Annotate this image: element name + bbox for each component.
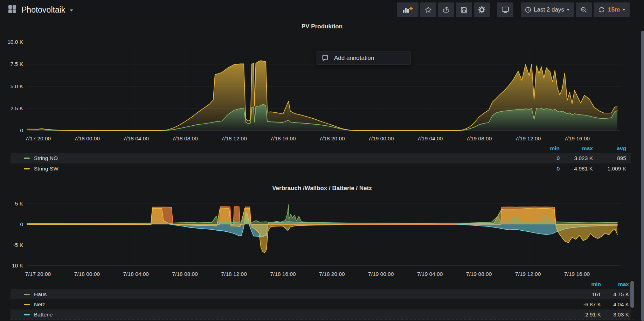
share-icon [442, 6, 450, 14]
stat-max: 4.981 K [560, 166, 593, 172]
legend-header-max[interactable]: max [560, 145, 593, 152]
chevron-down-icon [622, 9, 625, 11]
save-icon [460, 6, 468, 14]
comment-icon [322, 55, 328, 61]
legend-header-max[interactable]: max [601, 281, 629, 287]
svg-text:7/19 16:00: 7/19 16:00 [564, 271, 590, 277]
panel2-title[interactable]: Verbrauch /Wallbox / Batterie / Netz [0, 185, 644, 192]
stat-min: -2.91 K [573, 312, 601, 318]
series-swatch [24, 168, 30, 169]
svg-text:7/18 20:00: 7/18 20:00 [319, 135, 345, 141]
zoom-out-button[interactable] [576, 2, 592, 17]
legend-scrollbar-thumb[interactable] [630, 281, 634, 308]
legend-header-avg[interactable]: avg [593, 145, 626, 152]
legend-row-batterie[interactable]: Batterie -2.91 K 3.03 K [11, 309, 631, 320]
refresh-icon [598, 6, 605, 14]
panel1-legend: min max avg String NO 0 3.023 K 895 Stri… [11, 144, 631, 174]
stat-avg: 895 [593, 155, 626, 161]
svg-text:7/19 00:00: 7/19 00:00 [368, 135, 394, 141]
stat-min: 0 [526, 155, 560, 161]
stat-max: 3.023 K [560, 155, 593, 161]
svg-text:5 K: 5 K [15, 201, 23, 207]
page-scrollbar-thumb[interactable] [641, 31, 644, 321]
grafana-dashboard: Photovoltaik [0, 0, 644, 321]
dashboard-settings-button[interactable] [474, 2, 490, 17]
svg-text:2.5 K: 2.5 K [11, 105, 23, 111]
add-annotation-label: Add annotation [334, 55, 374, 62]
stat-max: 3.03 K [601, 312, 629, 318]
pv-produktion-chart[interactable]: 02.5 K5.0 K7.5 K10.0 K7/17 20:007/18 00:… [0, 33, 644, 145]
navbar-actions: Last 2 days 15m [397, 2, 630, 17]
series-label: String NO [34, 155, 58, 161]
star-icon [424, 6, 432, 14]
stat-max: 4.75 K [601, 291, 629, 298]
svg-text:7/19 08:00: 7/19 08:00 [466, 271, 492, 277]
svg-text:7/17 20:00: 7/17 20:00 [25, 135, 51, 141]
svg-text:7/18 00:00: 7/18 00:00 [74, 271, 100, 277]
series-label: Batterie [34, 312, 53, 318]
legend-header-min[interactable]: min [573, 281, 601, 287]
svg-text:7/19 00:00: 7/19 00:00 [368, 271, 394, 277]
svg-text:-5 K: -5 K [13, 242, 23, 248]
svg-text:7/18 08:00: 7/18 08:00 [172, 271, 198, 277]
add-panel-icon [402, 6, 413, 14]
legend-scroll-track [11, 320, 634, 320]
mark-favorite-button[interactable] [420, 2, 436, 17]
svg-text:-10 K: -10 K [10, 263, 23, 268]
svg-text:5.0 K: 5.0 K [11, 83, 23, 89]
verbrauch-chart[interactable]: 5 K0-5 K-10 K7/17 20:007/18 00:007/18 04… [0, 196, 644, 280]
series-label: String SW [34, 166, 58, 172]
svg-text:7/18 00:00: 7/18 00:00 [74, 135, 100, 141]
stat-max: 4.04 K [601, 301, 629, 308]
svg-text:7/18 08:00: 7/18 08:00 [172, 135, 198, 141]
svg-text:0: 0 [20, 127, 23, 133]
cycle-view-mode-button[interactable] [497, 2, 513, 17]
save-dashboard-button[interactable] [456, 2, 472, 17]
svg-text:7/19 12:00: 7/19 12:00 [515, 271, 541, 277]
series-label: Haus [34, 291, 47, 298]
legend-header-row: min max [11, 279, 631, 289]
stat-min: -6.87 K [573, 301, 601, 308]
panel1-title[interactable]: PV Produktion [0, 23, 644, 30]
svg-text:7/18 12:00: 7/18 12:00 [221, 135, 247, 141]
refresh-interval-label: 15m [608, 6, 620, 13]
svg-text:7/18 04:00: 7/18 04:00 [123, 135, 149, 141]
series-swatch [24, 158, 30, 159]
svg-text:7/19 04:00: 7/19 04:00 [417, 135, 443, 141]
refresh-picker[interactable]: 15m [594, 2, 630, 17]
chevron-down-icon [70, 7, 73, 13]
time-range-label: Last 2 days [534, 6, 564, 13]
navbar: Photovoltaik [0, 0, 644, 20]
svg-text:7/17 20:00: 7/17 20:00 [25, 271, 51, 277]
svg-text:7.5 K: 7.5 K [11, 61, 23, 67]
svg-text:7/19 12:00: 7/19 12:00 [515, 135, 541, 141]
share-dashboard-button[interactable] [438, 2, 454, 17]
clock-icon [525, 7, 531, 13]
series-swatch [24, 294, 30, 295]
svg-text:10.0 K: 10.0 K [7, 39, 23, 45]
series-swatch [24, 314, 30, 315]
legend-row-string-no[interactable]: String NO 0 3.023 K 895 [11, 153, 631, 163]
series-label: Netz [34, 301, 45, 308]
dashboard-title[interactable]: Photovoltaik [21, 5, 65, 15]
chevron-down-icon [567, 9, 570, 11]
legend-row-netz[interactable]: Netz -6.87 K 4.04 K [11, 299, 631, 309]
apps-grid-icon [8, 5, 17, 15]
stat-min: 161 [573, 291, 601, 298]
svg-text:7/19 04:00: 7/19 04:00 [417, 271, 443, 277]
series-swatch [24, 304, 30, 305]
legend-header-row: min max avg [11, 144, 631, 153]
legend-header-min[interactable]: min [526, 145, 560, 152]
legend-row-haus[interactable]: Haus 161 4.75 K [11, 289, 631, 299]
svg-text:7/18 16:00: 7/18 16:00 [270, 271, 296, 277]
stat-min: 0 [526, 166, 560, 172]
svg-text:7/18 12:00: 7/18 12:00 [221, 271, 247, 277]
panel2-legend: min max Haus 161 4.75 K Netz -6.87 K 4.0… [11, 279, 631, 320]
dashboard-title-group[interactable]: Photovoltaik [8, 0, 73, 20]
time-range-picker[interactable]: Last 2 days [521, 2, 574, 17]
zoom-out-icon [580, 6, 588, 14]
stat-avg: 1.009 K [593, 166, 626, 172]
legend-row-string-sw[interactable]: String SW 0 4.981 K 1.009 K [11, 163, 631, 174]
add-annotation-menu[interactable]: Add annotation [316, 51, 411, 65]
add-panel-button[interactable] [397, 2, 418, 17]
